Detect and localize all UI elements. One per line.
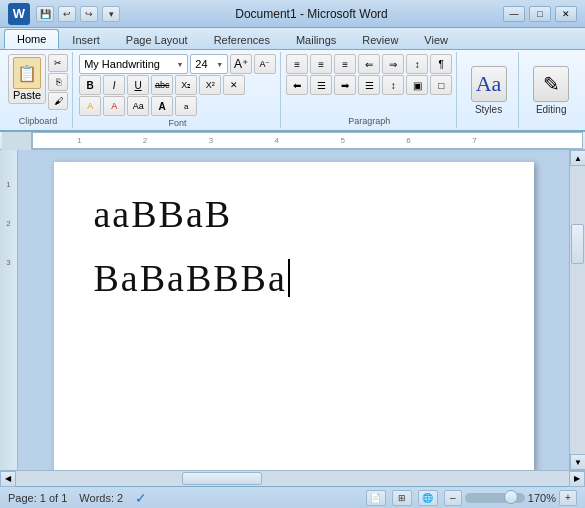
tab-home[interactable]: Home bbox=[4, 29, 59, 49]
customize-quick-btn[interactable]: ▾ bbox=[102, 6, 120, 22]
numbering-button[interactable]: ≡ bbox=[310, 54, 332, 74]
strikethrough-button[interactable]: abc bbox=[151, 75, 173, 95]
status-right: 📄 ⊞ 🌐 – 170% + bbox=[366, 490, 577, 506]
font-group-content: My Handwriting ▼ 24 ▼ A⁺ A⁻ B I U abc X₂… bbox=[79, 54, 276, 116]
tab-page-layout[interactable]: Page Layout bbox=[113, 30, 201, 49]
subscript-button[interactable]: X₂ bbox=[175, 75, 197, 95]
tab-insert[interactable]: Insert bbox=[59, 30, 113, 49]
text-cursor bbox=[288, 259, 290, 297]
ribbon-tabs: Home Insert Page Layout References Maili… bbox=[0, 28, 585, 50]
scroll-right-track[interactable] bbox=[570, 166, 585, 454]
copy-button[interactable]: ⎘ bbox=[48, 73, 68, 91]
cut-button[interactable]: ✂ bbox=[48, 54, 68, 72]
line-spacing-button[interactable]: ↕ bbox=[382, 75, 404, 95]
font-size-up-button[interactable]: A bbox=[151, 96, 173, 116]
tab-review[interactable]: Review bbox=[349, 30, 411, 49]
text-highlight-button[interactable]: A bbox=[79, 96, 101, 116]
multilevel-button[interactable]: ≡ bbox=[334, 54, 356, 74]
grow-font-button[interactable]: A⁺ bbox=[230, 54, 252, 74]
view-web-btn[interactable]: 🌐 bbox=[418, 490, 438, 506]
paragraph-group-content: ≡ ≡ ≡ ⇐ ⇒ ↕ ¶ ⬅ ☰ ➡ ☰ ↕ ▣ □ bbox=[286, 54, 452, 114]
undo-quick-btn[interactable]: ↩ bbox=[58, 6, 76, 22]
font-color-button[interactable]: A bbox=[103, 96, 125, 116]
status-left: Page: 1 of 1 Words: 2 ✓ bbox=[8, 490, 147, 506]
font-label: Font bbox=[168, 116, 186, 128]
font-size-selector[interactable]: 24 ▼ bbox=[190, 54, 228, 74]
ruler: 1 2 3 4 5 6 7 bbox=[0, 132, 585, 150]
change-case-button[interactable]: Aa bbox=[127, 96, 149, 116]
zoom-out-button[interactable]: – bbox=[444, 490, 462, 506]
document-page[interactable]: aaBBaB BaBaBBBa bbox=[54, 162, 534, 470]
paste-label: Paste bbox=[13, 89, 41, 101]
align-left-button[interactable]: ⬅ bbox=[286, 75, 308, 95]
styles-label: Styles bbox=[475, 104, 502, 115]
paragraph-group: ≡ ≡ ≡ ⇐ ⇒ ↕ ¶ ⬅ ☰ ➡ ☰ ↕ ▣ □ Paragraph bbox=[283, 52, 457, 128]
tab-references[interactable]: References bbox=[201, 30, 283, 49]
center-button[interactable]: ☰ bbox=[310, 75, 332, 95]
superscript-button[interactable]: X² bbox=[199, 75, 221, 95]
quick-access-toolbar: 💾 ↩ ↪ ▾ bbox=[36, 6, 120, 22]
title-left: W 💾 ↩ ↪ ▾ bbox=[8, 3, 120, 25]
scrollbar-right: ▲ ▼ bbox=[569, 150, 585, 470]
scroll-right-button[interactable]: ▶ bbox=[569, 471, 585, 487]
bullets-button[interactable]: ≡ bbox=[286, 54, 308, 74]
scroll-bottom-thumb[interactable] bbox=[182, 472, 262, 485]
scroll-down-button[interactable]: ▼ bbox=[570, 454, 585, 470]
scroll-right-thumb[interactable] bbox=[571, 224, 584, 264]
editing-button[interactable]: ✎ Editing bbox=[525, 62, 577, 119]
font-name-selector[interactable]: My Handwriting ▼ bbox=[79, 54, 188, 74]
view-normal-button[interactable]: 📄 bbox=[366, 490, 386, 506]
styles-group-content: Aа Styles bbox=[463, 54, 515, 126]
font-size-down-button[interactable]: a bbox=[175, 96, 197, 116]
tab-view[interactable]: View bbox=[411, 30, 461, 49]
font-group: My Handwriting ▼ 24 ▼ A⁺ A⁻ B I U abc X₂… bbox=[75, 52, 281, 128]
styles-group: Aа Styles bbox=[459, 52, 520, 128]
zoom-level: 170% bbox=[528, 492, 556, 504]
tab-mailings[interactable]: Mailings bbox=[283, 30, 349, 49]
italic-button[interactable]: I bbox=[103, 75, 125, 95]
scroll-bottom-track[interactable] bbox=[16, 471, 569, 486]
clipboard-group-content: 📋 Paste ✂ ⎘ 🖌 bbox=[8, 54, 68, 114]
minimize-button[interactable]: — bbox=[503, 6, 525, 22]
align-right-button[interactable]: ➡ bbox=[334, 75, 356, 95]
justify-button[interactable]: ☰ bbox=[358, 75, 380, 95]
window-controls: — □ ✕ bbox=[503, 6, 577, 22]
spell-check-icon[interactable]: ✓ bbox=[135, 490, 147, 506]
document-area: 1 2 3 aaBBaB BaBaBBBa ▲ ▼ ◀ ▶ bbox=[0, 150, 585, 486]
title-bar: W 💾 ↩ ↪ ▾ Document1 - Microsoft Word — □… bbox=[0, 0, 585, 28]
paragraph-label: Paragraph bbox=[348, 114, 390, 126]
ribbon: 📋 Paste ✂ ⎘ 🖌 Clipboard My Handwriting ▼… bbox=[0, 50, 585, 132]
increase-indent-button[interactable]: ⇒ bbox=[382, 54, 404, 74]
clipboard-small-buttons: ✂ ⎘ 🖌 bbox=[48, 54, 68, 110]
borders-button[interactable]: □ bbox=[430, 75, 452, 95]
underline-button[interactable]: U bbox=[127, 75, 149, 95]
scroll-left-button[interactable]: ◀ bbox=[0, 471, 16, 487]
shading-button[interactable]: ▣ bbox=[406, 75, 428, 95]
zoom-in-button[interactable]: + bbox=[559, 490, 577, 506]
sort-button[interactable]: ↕ bbox=[406, 54, 428, 74]
paste-icon: 📋 bbox=[13, 57, 41, 89]
format-painter-button[interactable]: 🖌 bbox=[48, 92, 68, 110]
bold-button[interactable]: B bbox=[79, 75, 101, 95]
decrease-indent-button[interactable]: ⇐ bbox=[358, 54, 380, 74]
paste-button[interactable]: 📋 Paste bbox=[8, 54, 46, 104]
shrink-font-button[interactable]: A⁻ bbox=[254, 54, 276, 74]
scroll-up-button[interactable]: ▲ bbox=[570, 150, 585, 166]
paragraph-row2: ⬅ ☰ ➡ ☰ ↕ ▣ □ bbox=[286, 75, 452, 95]
styles-button[interactable]: Aа Styles bbox=[463, 62, 515, 119]
editing-group: ✎ Editing bbox=[521, 52, 581, 128]
zoom-slider-thumb[interactable] bbox=[504, 490, 518, 504]
document-line2-text: BaBaBBBa bbox=[94, 256, 287, 300]
clear-format-button[interactable]: ✕ bbox=[223, 75, 245, 95]
font-size-value: 24 bbox=[195, 58, 207, 70]
font-format-row: B I U abc X₂ X² ✕ bbox=[79, 75, 276, 95]
save-quick-btn[interactable]: 💾 bbox=[36, 6, 54, 22]
ruler-corner bbox=[2, 132, 32, 150]
zoom-slider[interactable] bbox=[465, 493, 525, 503]
maximize-button[interactable]: □ bbox=[529, 6, 551, 22]
clipboard-group: 📋 Paste ✂ ⎘ 🖌 Clipboard bbox=[4, 52, 73, 128]
redo-quick-btn[interactable]: ↪ bbox=[80, 6, 98, 22]
close-button[interactable]: ✕ bbox=[555, 6, 577, 22]
view-full-btn[interactable]: ⊞ bbox=[392, 490, 412, 506]
show-marks-button[interactable]: ¶ bbox=[430, 54, 452, 74]
